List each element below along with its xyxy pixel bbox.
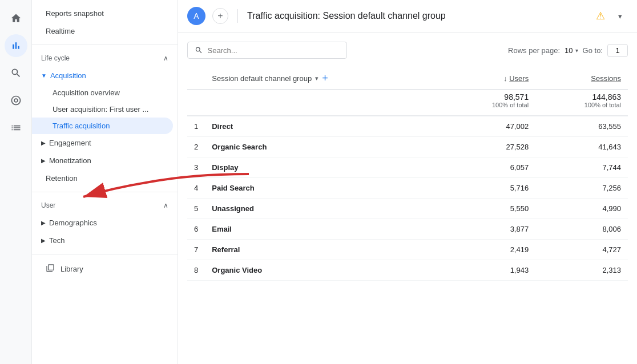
acquisition-label: Acquisition [50,71,86,80]
table-row: 3 Display 6,057 7,744 [187,157,628,178]
channel-cell: Email [205,219,443,240]
users-cell: 5,716 [443,178,535,199]
sidebar: Reports snapshot Realtime Life cycle ∧ ▼… [32,0,178,364]
user-acquisition-label: User acquisition: First user ... [53,105,148,114]
add-comparison-button[interactable]: + [212,8,228,24]
table-row: 8 Organic Video 1,943 2,313 [187,260,628,281]
sort-down-icon: ↓ [503,74,509,83]
sidebar-item-retention[interactable]: Retention [32,169,178,187]
acquisition-overview-label: Acquisition overview [53,88,120,97]
user-header[interactable]: User ∧ [32,197,178,214]
sessions-header-label: Sessions [591,74,621,83]
total-empty-1 [187,90,205,116]
sidebar-item-traffic-acquisition[interactable]: Traffic acquisition [32,118,173,134]
row-number: 6 [187,219,205,240]
acquisition-parent[interactable]: ▼ Acquisition [32,67,178,84]
sessions-cell: 4,990 [535,199,628,219]
list-icon[interactable] [5,116,27,139]
search-magnify-icon[interactable] [5,62,27,84]
users-cell: 3,877 [443,219,535,240]
lifecycle-chevron-icon: ∧ [163,54,168,62]
avatar[interactable]: A [187,7,205,25]
tech-parent[interactable]: ▶ Tech [32,232,178,249]
users-cell: 47,002 [443,116,535,137]
row-number: 7 [187,240,205,260]
rows-per-page-label: Rows per page: [508,46,560,55]
row-number: 2 [187,137,205,157]
sidebar-item-realtime[interactable]: Realtime [32,22,178,40]
monetization-label: Monetization [49,156,91,165]
monetization-parent[interactable]: ▶ Monetization [32,152,178,169]
data-table: Session default channel group ▾ + ↓ User… [187,68,628,281]
engagement-label: Engagement [49,139,91,147]
demographics-parent[interactable]: ▶ Demographics [32,214,178,232]
total-empty-2 [205,90,443,116]
user-label: User [41,201,55,209]
lifecycle-header[interactable]: Life cycle ∧ [32,50,178,67]
users-cell: 6,057 [443,157,535,178]
realtime-label: Realtime [46,27,75,35]
col-num-header [187,68,205,90]
header-chevron-button[interactable]: ▾ [612,8,628,24]
table-row: 5 Unassigned 5,550 4,990 [187,199,628,219]
pagination-controls: Rows per page: 10 ▾ Go to: [508,44,628,57]
table-row: 1 Direct 47,002 63,555 [187,116,628,137]
channel-cell: Paid Search [205,178,443,199]
total-sessions-value: 144,863 [542,92,621,102]
channel-cell: Direct [205,116,443,137]
sessions-cell: 63,555 [535,116,628,137]
sessions-cell: 8,006 [535,219,628,240]
table-row: 6 Email 3,877 8,006 [187,219,628,240]
tech-arrow-icon: ▶ [41,237,46,244]
tech-label: Tech [49,236,64,245]
sidebar-item-library[interactable]: Library [32,259,178,279]
sessions-cell: 7,256 [535,178,628,199]
user-section: User ∧ ▶ Demographics ▶ Tech [32,197,178,249]
row-number: 3 [187,157,205,178]
col-add-icon[interactable]: + [322,72,328,84]
col-users-header[interactable]: ↓ Users [443,68,535,90]
users-cell: 1,943 [443,260,535,281]
chart-icon[interactable] [5,34,27,57]
go-to-label: Go to: [583,46,603,55]
rows-dropdown-arrow-icon: ▾ [575,47,578,54]
rows-per-page-select[interactable]: 10 ▾ [565,46,578,55]
sidebar-item-acquisition-overview[interactable]: Acquisition overview [32,84,178,101]
goto-input[interactable] [607,44,628,57]
page-title: Traffic acquisition: Session default cha… [247,11,589,21]
total-users-cell: 98,571 100% of total [443,90,535,116]
sessions-cell: 4,727 [535,240,628,260]
search-icon [195,46,203,55]
sidebar-item-reports-snapshot[interactable]: Reports snapshot [32,5,178,22]
table-row: 2 Organic Search 27,528 41,643 [187,137,628,157]
content-area: Rows per page: 10 ▾ Go to: Session defau… [178,33,637,364]
monetization-arrow-icon: ▶ [41,157,46,164]
users-cell: 2,419 [443,240,535,260]
sidebar-divider-2 [32,192,178,192]
chevron-down-icon: ▾ [618,12,622,21]
total-sessions-pct: 100% of total [542,102,621,108]
home-icon[interactable] [5,7,27,30]
header-divider [237,9,238,23]
sidebar-divider-1 [32,45,178,45]
channel-cell: Display [205,157,443,178]
lifecycle-section: Life cycle ∧ ▼ Acquisition Acquisition o… [32,50,178,187]
total-users-pct: 100% of total [450,102,529,108]
sidebar-item-user-acquisition[interactable]: User acquisition: First user ... [32,101,178,118]
icon-rail [0,0,32,364]
users-cell: 27,528 [443,137,535,157]
col-channel-header[interactable]: Session default channel group ▾ + [205,68,443,90]
user-chevron-icon: ∧ [163,201,168,209]
channel-cell: Referral [205,240,443,260]
search-box[interactable] [187,42,347,59]
col-sessions-header[interactable]: Sessions [535,68,628,90]
lifecycle-label: Life cycle [41,54,70,62]
target-icon[interactable] [5,89,27,112]
retention-label: Retention [46,174,78,183]
channel-cell: Unassigned [205,199,443,219]
engagement-parent[interactable]: ▶ Engagement [32,134,178,152]
search-input[interactable] [208,46,340,55]
channel-dropdown-icon: ▾ [315,75,318,82]
demographics-label: Demographics [49,219,97,227]
row-number: 8 [187,260,205,281]
